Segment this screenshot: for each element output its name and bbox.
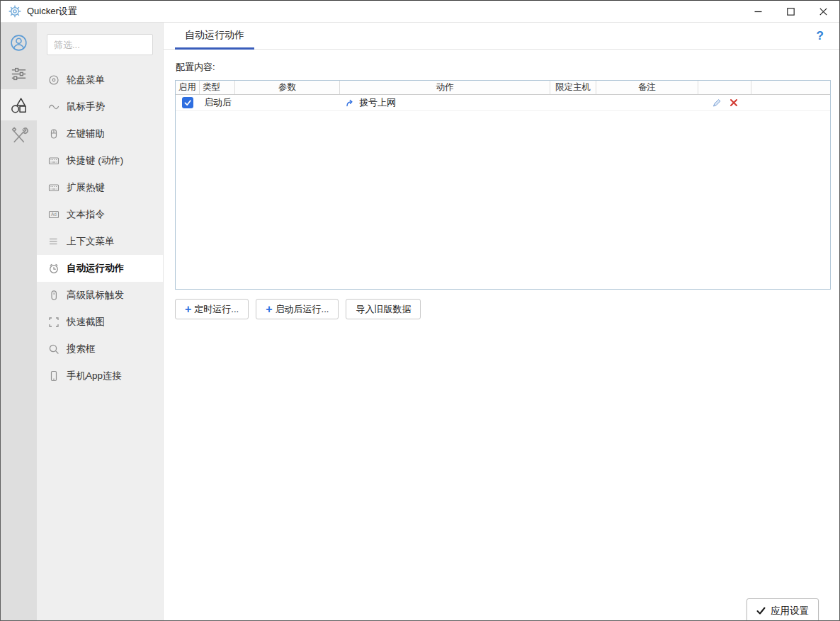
header-action: 动作 xyxy=(340,81,550,94)
left-button-assist-icon xyxy=(47,128,59,140)
sidebar-item-left-button-assist[interactable]: 左键辅助 xyxy=(37,120,163,147)
sidebar-item-label: 上下文菜单 xyxy=(67,235,115,248)
sidebar-item-advanced-mouse[interactable]: 高级鼠标触发 xyxy=(37,282,163,309)
sidebar-item-label: 左键辅助 xyxy=(67,127,105,140)
plus-icon: + xyxy=(185,304,191,315)
search-box-icon xyxy=(47,343,59,355)
rail-item-account[interactable] xyxy=(1,27,37,58)
app-gear-icon xyxy=(8,5,21,18)
enable-checkbox[interactable] xyxy=(182,97,193,108)
row-host xyxy=(550,95,596,110)
row-param xyxy=(235,95,340,110)
sidebar-item-label: 轮盘菜单 xyxy=(67,74,105,86)
icon-rail xyxy=(1,23,37,620)
sidebar-item-label: 高级鼠标触发 xyxy=(67,289,124,302)
titlebar: Quicker设置 xyxy=(1,1,839,23)
svg-text:Ad: Ad xyxy=(51,212,57,217)
help-icon[interactable]: ? xyxy=(817,23,824,50)
row-spacer xyxy=(751,95,830,110)
sidebar-item-hotkeys[interactable]: 快捷键 (动作) xyxy=(37,147,163,174)
row-action-name[interactable]: 拨号上网 xyxy=(359,96,396,109)
sidebar-item-wheel-menu[interactable]: 轮盘菜单 xyxy=(37,67,163,93)
sidebar-item-label: 搜索框 xyxy=(67,343,96,355)
header-type: 类型 xyxy=(200,81,235,94)
window-controls xyxy=(742,1,839,22)
tools-icon xyxy=(9,127,28,146)
sidebar-item-text-commands[interactable]: Ad 文本指令 xyxy=(37,201,163,228)
edit-icon[interactable] xyxy=(712,98,722,108)
plus-icon: + xyxy=(266,304,272,315)
sidebar-item-mouse-gesture[interactable]: 鼠标手势 xyxy=(37,93,163,120)
apply-check-icon xyxy=(756,606,766,615)
import-legacy-data-button[interactable]: 导入旧版数据 xyxy=(346,299,421,319)
row-note xyxy=(596,95,698,110)
user-account-icon xyxy=(9,33,28,52)
extended-hotkey-icon xyxy=(47,182,59,194)
window-title: Quicker设置 xyxy=(27,5,77,18)
maximize-icon xyxy=(787,8,795,16)
sliders-icon xyxy=(10,65,28,83)
sidebar-item-autorun-actions[interactable]: 自动运行动作 xyxy=(37,255,163,282)
table-actions: + 定时运行... + 启动后运行... 导入旧版数据 xyxy=(175,299,839,319)
main-panel: 自动运行动作 ? 配置内容: 启用 类型 参数 动作 限定主机 备注 xyxy=(164,23,839,620)
tab-bar: 自动运行动作 ? xyxy=(164,23,839,50)
rail-item-triggers[interactable] xyxy=(1,89,37,120)
phone-app-icon xyxy=(47,370,59,382)
sidebar-item-label: 扩展热键 xyxy=(67,181,105,194)
add-scheduled-run-button[interactable]: + 定时运行... xyxy=(175,299,249,319)
header-blank-1 xyxy=(698,81,751,94)
delete-icon[interactable] xyxy=(730,98,738,107)
sidebar-item-extended-hotkeys[interactable]: 扩展热键 xyxy=(37,174,163,201)
sidebar-item-context-menu[interactable]: 上下文菜单 xyxy=(37,228,163,255)
tab-autorun-actions[interactable]: 自动运行动作 xyxy=(175,23,254,50)
maximize-button[interactable] xyxy=(774,1,807,22)
quicker-settings-window: Quicker设置 xyxy=(0,0,840,621)
sidebar-item-label: 快捷键 (动作) xyxy=(67,154,123,167)
rail-item-tools[interactable] xyxy=(1,120,37,152)
advanced-mouse-icon xyxy=(47,290,59,302)
header-blank-2 xyxy=(751,81,830,94)
sidebar: 轮盘菜单 鼠标手势 左键辅助 xyxy=(37,23,164,620)
autorun-table: 启用 类型 参数 动作 限定主机 备注 启动后 xyxy=(175,80,831,290)
row-type: 启动后 xyxy=(200,95,235,110)
run-action-arrow-icon xyxy=(346,98,355,108)
sidebar-item-label: 手机App连接 xyxy=(67,370,122,382)
header-enable: 启用 xyxy=(176,81,200,94)
wheel-menu-icon xyxy=(47,74,59,86)
sidebar-nav: 轮盘菜单 鼠标手势 左键辅助 xyxy=(37,67,163,389)
autorun-clock-icon xyxy=(47,263,59,275)
sidebar-item-quick-screenshot[interactable]: 快速截图 xyxy=(37,309,163,336)
minimize-button[interactable] xyxy=(742,1,774,22)
checkmark-icon xyxy=(183,98,192,107)
context-menu-icon xyxy=(47,236,59,248)
section-label: 配置内容: xyxy=(176,61,839,74)
sidebar-item-label: 鼠标手势 xyxy=(67,101,105,113)
sidebar-item-label: 快速截图 xyxy=(67,316,105,329)
add-after-startup-run-button[interactable]: + 启动后运行... xyxy=(256,299,339,319)
screenshot-icon xyxy=(47,317,59,329)
minimize-icon xyxy=(754,8,762,16)
sidebar-item-phone-app[interactable]: 手机App连接 xyxy=(37,363,163,389)
rail-item-general-settings[interactable] xyxy=(1,58,37,89)
table-row[interactable]: 启动后 拨号上网 xyxy=(176,95,830,111)
shapes-icon xyxy=(9,96,28,115)
close-button[interactable] xyxy=(807,1,839,22)
apply-settings-button[interactable]: 应用设置 xyxy=(747,598,819,621)
sidebar-item-label: 文本指令 xyxy=(67,208,105,221)
close-icon xyxy=(819,8,827,16)
header-param: 参数 xyxy=(235,81,340,94)
header-note: 备注 xyxy=(596,81,698,94)
table-header: 启用 类型 参数 动作 限定主机 备注 xyxy=(176,81,830,95)
hotkey-keyboard-icon xyxy=(47,155,59,167)
header-host: 限定主机 xyxy=(550,81,596,94)
filter-input[interactable] xyxy=(47,34,153,55)
sidebar-item-label: 自动运行动作 xyxy=(67,262,124,275)
sidebar-item-search-box[interactable]: 搜索框 xyxy=(37,336,163,363)
text-command-icon: Ad xyxy=(47,209,59,221)
mouse-gesture-icon xyxy=(47,101,59,113)
